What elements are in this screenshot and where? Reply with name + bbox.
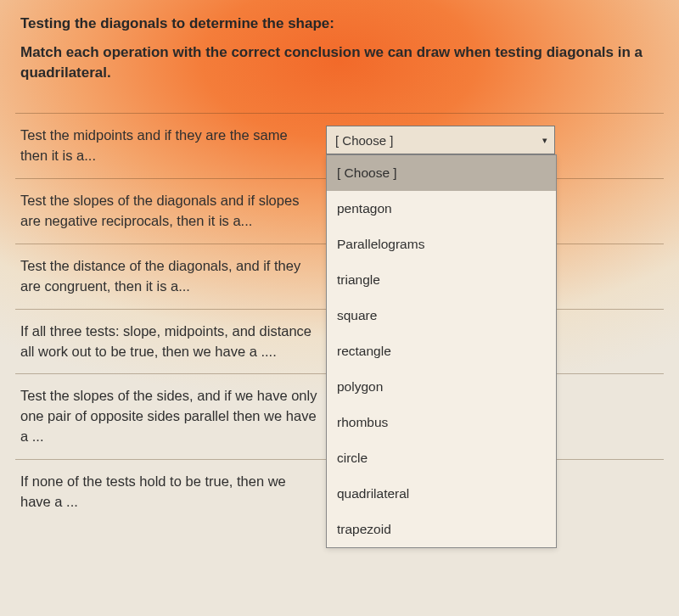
dropdown-option[interactable]: triangle <box>327 262 556 298</box>
dropdown-option[interactable]: rhombus <box>327 405 556 440</box>
dropdown-option[interactable]: [ Choose ] <box>327 155 556 191</box>
question-prompt: If none of the tests hold to be true, th… <box>20 472 326 512</box>
chevron-down-icon: ▾ <box>542 135 547 146</box>
question-prompt: Test the distance of the diagonals, and … <box>20 256 326 297</box>
dropdown-option[interactable]: quadrilateral <box>327 476 556 512</box>
answer-control: [ Choose ] ▾ [ Choose ] pentagon Paralle… <box>326 126 555 154</box>
dropdown-option[interactable]: polygon <box>327 369 556 405</box>
answer-dropdown-open[interactable]: [ Choose ] pentagon Parallelograms trian… <box>326 154 557 548</box>
dropdown-option[interactable]: trapezoid <box>327 512 556 547</box>
question-row: Test the midpoints and if they are the s… <box>20 114 659 178</box>
select-value: [ Choose ] <box>335 133 393 148</box>
answer-select[interactable]: [ Choose ] ▾ <box>326 126 555 154</box>
dropdown-option[interactable]: rectangle <box>327 333 556 369</box>
section-heading: Testing the diagonals to determine the s… <box>20 14 659 34</box>
dropdown-option[interactable]: circle <box>327 440 556 476</box>
instructions-text: Match each operation with the correct co… <box>20 42 648 84</box>
quiz-page: Testing the diagonals to determine the s… <box>0 0 679 524</box>
question-prompt: Test the midpoints and if they are the s… <box>20 126 326 166</box>
question-prompt: Test the slopes of the sides, and if we … <box>20 386 326 447</box>
question-prompt: If all three tests: slope, midpoints, an… <box>20 322 326 362</box>
dropdown-option[interactable]: pentagon <box>327 191 556 227</box>
dropdown-option[interactable]: square <box>327 298 556 333</box>
dropdown-option[interactable]: Parallelograms <box>327 227 556 262</box>
question-prompt: Test the slopes of the diagonals and if … <box>20 191 326 232</box>
